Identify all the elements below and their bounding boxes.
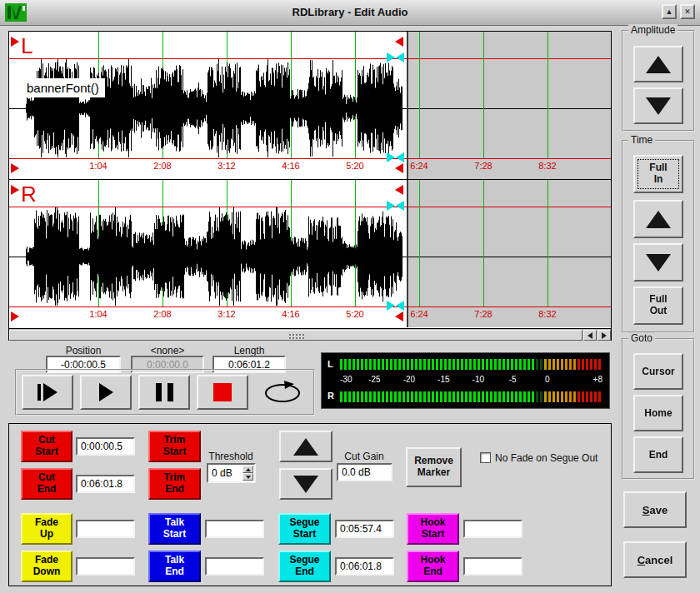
time-group-label: Time xyxy=(628,134,655,146)
meter-right-label: R xyxy=(328,391,334,401)
cut-start-marker-icon[interactable] xyxy=(11,163,19,173)
trim-start-button[interactable]: Trim Start xyxy=(148,431,201,462)
hook-end-field[interactable] xyxy=(463,557,522,576)
end-of-audio-line xyxy=(407,32,408,179)
play-button[interactable] xyxy=(80,375,132,410)
play-from-start-button[interactable] xyxy=(22,375,73,410)
wave-panel-left[interactable]: 1:042:083:124:165:206:247:288:32 L banne… xyxy=(9,32,611,179)
spin-down-button[interactable] xyxy=(242,473,253,481)
length-label: Length xyxy=(212,345,286,356)
close-button[interactable]: ✕ xyxy=(680,4,695,19)
hook-end-label: Hook End xyxy=(421,555,446,578)
pause-button[interactable] xyxy=(138,375,190,410)
up-arrow-icon xyxy=(293,438,318,456)
segue-end-marker-icon[interactable] xyxy=(396,152,404,162)
remove-marker-button[interactable]: Remove Marker xyxy=(406,447,462,487)
stop-icon xyxy=(213,383,232,401)
titlebar[interactable]: RDLibrary - Edit Audio ▲ ✕ xyxy=(0,0,700,26)
horizontal-scrollbar[interactable] xyxy=(9,328,611,341)
goto-home-button[interactable]: Home xyxy=(633,395,683,431)
no-fade-label: No Fade on Segue Out xyxy=(495,452,598,464)
channel-label-right: R xyxy=(21,182,37,207)
gain-down-button[interactable] xyxy=(279,468,332,500)
cut-end-marker-icon[interactable] xyxy=(395,185,403,195)
threshold-spinner[interactable]: 0 dB xyxy=(207,463,256,483)
cut-start-field[interactable] xyxy=(76,437,135,456)
channel-label-left: L xyxy=(21,33,32,59)
segue-start-marker-icon[interactable] xyxy=(387,301,395,311)
waveform-canvas-left[interactable] xyxy=(9,32,611,179)
goto-home-label: Home xyxy=(644,407,672,419)
talk-end-field[interactable] xyxy=(205,557,264,576)
meter-scale-label: 0 xyxy=(545,375,550,384)
waveform-canvas-right[interactable] xyxy=(9,180,611,327)
save-button[interactable]: Save xyxy=(623,491,687,528)
time-up-button[interactable] xyxy=(633,200,683,238)
trim-end-button[interactable]: Trim End xyxy=(148,468,201,500)
fade-down-field[interactable] xyxy=(76,557,135,576)
full-in-button[interactable]: Full In xyxy=(633,155,683,193)
cut-end-marker-icon[interactable] xyxy=(395,37,403,47)
goto-cursor-button[interactable]: Cursor xyxy=(633,353,683,390)
segue-end-marker-icon[interactable] xyxy=(396,201,404,211)
wave-panel-right[interactable]: 1:042:083:124:165:206:247:288:32 R xyxy=(9,180,611,327)
fade-down-button[interactable]: Fade Down xyxy=(21,551,72,582)
loop-button[interactable] xyxy=(255,375,310,410)
talk-end-button[interactable]: Talk End xyxy=(148,551,201,582)
segue-start-marker-icon[interactable] xyxy=(387,201,395,211)
full-out-label: Full Out xyxy=(649,294,667,317)
cut-end-marker-icon[interactable] xyxy=(395,311,403,321)
marker-name-label: <none> xyxy=(131,345,204,356)
hook-start-label: Hook Start xyxy=(421,517,446,541)
segue-start-marker-icon[interactable] xyxy=(387,52,395,62)
cut-start-button[interactable]: Cut Start xyxy=(21,431,72,462)
meter-scale-label: -5 xyxy=(509,375,517,384)
play-from-start-icon xyxy=(38,384,41,401)
pause-icon xyxy=(168,383,173,401)
talk-start-button[interactable]: Talk Start xyxy=(148,513,201,545)
segue-start-button[interactable]: Segue Start xyxy=(278,513,331,545)
cut-end-field[interactable] xyxy=(76,475,135,493)
cut-start-marker-icon[interactable] xyxy=(11,311,19,321)
meter-scale-label: -20 xyxy=(403,375,415,384)
scroll-right-button[interactable] xyxy=(598,330,611,341)
segue-end-marker-icon[interactable] xyxy=(396,301,404,311)
scroll-right-icon xyxy=(602,332,607,339)
cancel-button[interactable]: Cancel xyxy=(623,541,687,578)
fade-up-field[interactable] xyxy=(76,520,135,538)
segue-end-field[interactable] xyxy=(335,557,394,576)
hook-end-button[interactable]: Hook End xyxy=(407,551,459,582)
segue-start-marker-icon[interactable] xyxy=(387,152,395,162)
hook-start-field[interactable] xyxy=(463,520,522,538)
audio-meter: L -30-25-20-15-10-50+8 R xyxy=(321,352,610,409)
cut-end-marker-icon[interactable] xyxy=(395,163,403,173)
no-fade-checkbox[interactable] xyxy=(480,452,491,463)
scroll-left-button[interactable] xyxy=(583,330,597,341)
gain-up-button[interactable] xyxy=(279,431,332,462)
spin-up-button[interactable] xyxy=(242,466,253,473)
fade-up-button[interactable]: Fade Up xyxy=(21,513,72,545)
cut-start-marker-icon[interactable] xyxy=(11,37,19,47)
meter-scale-label: -30 xyxy=(340,375,352,384)
hook-start-button[interactable]: Hook Start xyxy=(407,513,459,545)
segue-end-marker-icon[interactable] xyxy=(396,52,404,62)
cut-gain-field[interactable] xyxy=(337,463,392,481)
save-label: Save xyxy=(642,504,668,516)
amplitude-up-button[interactable] xyxy=(633,46,683,82)
down-arrow-icon xyxy=(646,97,671,115)
stop-button[interactable] xyxy=(197,375,248,410)
cut-end-button[interactable]: Cut End xyxy=(21,468,72,500)
goto-end-button[interactable]: End xyxy=(633,436,683,473)
scrollbar-thumb[interactable] xyxy=(9,330,582,341)
segue-end-button[interactable]: Segue End xyxy=(278,551,331,582)
talk-start-field[interactable] xyxy=(205,520,264,538)
play-from-start-icon xyxy=(43,383,58,401)
shade-button[interactable]: ▲ xyxy=(662,4,677,19)
time-down-button[interactable] xyxy=(633,243,683,282)
cut-start-marker-icon[interactable] xyxy=(11,185,19,195)
amplitude-down-button[interactable] xyxy=(633,87,683,124)
segue-start-label: Segue Start xyxy=(289,517,319,541)
full-out-button[interactable]: Full Out xyxy=(633,287,683,325)
segue-start-field[interactable] xyxy=(335,520,394,538)
cut-end-label: Cut End xyxy=(38,472,57,496)
